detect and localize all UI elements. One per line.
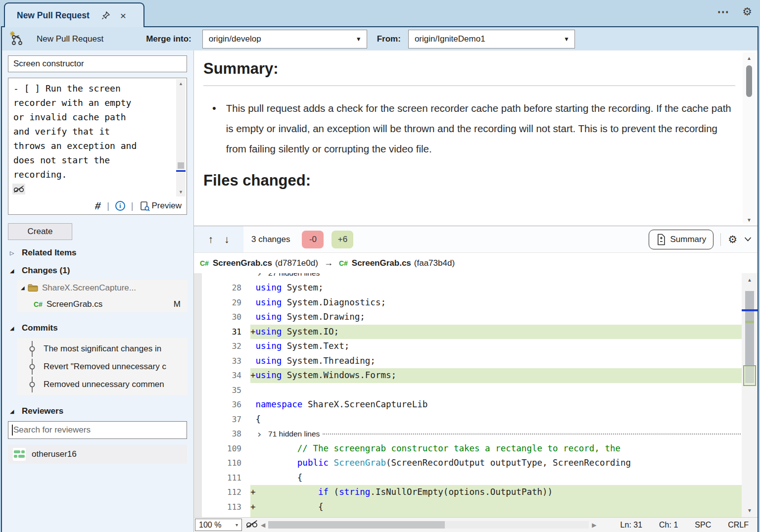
summary-scrollbar[interactable]: ▲ ▼ — [743, 52, 756, 224]
line-number: 38 — [194, 427, 241, 441]
scroll-up-icon[interactable]: ▲ — [742, 277, 758, 283]
create-button[interactable]: Create — [8, 223, 72, 240]
status-column: Ch: 1 — [659, 521, 678, 530]
line-number — [194, 273, 241, 281]
commit-item[interactable]: Removed unnecessary commen — [17, 376, 188, 393]
code-line-28: 28 using System; — [194, 281, 742, 295]
diff-settings-gear-icon[interactable]: ⚙ — [728, 234, 737, 245]
section-reviewers[interactable]: ◢ Reviewers — [10, 406, 193, 416]
commits-list: The most significant changes inRevert "R… — [17, 338, 188, 395]
from-combobox[interactable]: origin/IgniteDemo1 ▼ — [408, 30, 575, 48]
commit-item[interactable]: Revert "Removed unnecessary c — [17, 358, 188, 376]
code-line-109: 109 // The screengrab constructor takes … — [194, 441, 742, 456]
expanded-chevron-icon[interactable]: ◢ — [10, 268, 16, 274]
code-line[interactable]: ›27 hidden lines — [194, 273, 742, 281]
added-line-sign: + — [250, 502, 318, 512]
scroll-down-icon[interactable]: ▼ — [743, 217, 756, 223]
pr-title-input[interactable] — [8, 55, 187, 72]
separator — [720, 233, 721, 246]
line-number: 33 — [194, 354, 241, 369]
csharp-file-icon: C# — [34, 300, 43, 308]
scroll-up-icon[interactable]: ▲ — [176, 81, 186, 86]
changes-label: Changes (1) — [22, 266, 70, 276]
scroll-left-icon[interactable]: ◀ — [261, 522, 265, 529]
scrollbar-thumb[interactable] — [746, 65, 752, 97]
horizontal-scrollbar[interactable] — [268, 521, 589, 529]
glasses-crossed-icon[interactable] — [246, 520, 258, 531]
divider — [203, 85, 735, 86]
tab-new-pull-request[interactable]: New Pull Request × — [4, 2, 144, 27]
section-related-items[interactable]: ▷ Related Items — [10, 248, 193, 258]
code-text: using System.Drawing; — [250, 310, 742, 325]
line-number: 36 — [194, 397, 241, 412]
bullet-icon: • — [212, 98, 216, 159]
settings-gear-icon[interactable]: ⚙ — [742, 5, 752, 18]
pr-description-box[interactable]: - [ ] Run the screen recorder with an em… — [8, 78, 187, 215]
expand-hidden-lines-icon[interactable]: › — [256, 429, 262, 439]
code-text: // The screengrab constructor takes a re… — [250, 441, 742, 456]
section-commits[interactable]: ◢ Commits — [10, 323, 193, 333]
expanded-chevron-icon[interactable]: ◢ — [10, 408, 16, 415]
commit-message: Revert "Removed unnecessary c — [44, 362, 188, 372]
code-text: + { — [250, 500, 742, 515]
expand-hidden-lines-icon[interactable]: › — [256, 273, 262, 278]
new-pull-request-window: New Pull Request × ⋯ ⚙ — [0, 0, 760, 532]
pr-toolbar-title: New Pull Request — [37, 34, 103, 44]
hidden-lines-label: 71 hidden lines — [268, 427, 320, 441]
description-scrollbar[interactable]: ▲ ▼ — [176, 79, 186, 196]
code-line-113: 113+ { — [194, 500, 742, 515]
chevron-down-icon[interactable] — [744, 237, 752, 242]
work-item-hash-icon[interactable]: # — [95, 200, 102, 212]
zoom-combobox[interactable]: 100 % ▾ — [195, 519, 242, 531]
close-icon[interactable]: × — [120, 10, 126, 21]
line-number: 32 — [194, 339, 241, 354]
collapsed-chevron-icon[interactable]: ▷ — [10, 250, 16, 256]
reviewer-item[interactable]: otheruser16 — [8, 445, 187, 464]
code-line-38[interactable]: 38›71 hidden lines — [194, 427, 742, 441]
scrollbar-thumb[interactable] — [268, 521, 444, 529]
context-line-sign — [250, 341, 256, 351]
tree-folder-row[interactable]: ◢ ShareX.ScreenCapture... — [17, 280, 188, 296]
line-number: 37 — [194, 412, 241, 427]
csharp-file-icon: C# — [339, 259, 348, 267]
section-changes[interactable]: ◢ Changes (1) — [10, 266, 193, 276]
pr-description-text[interactable]: - [ ] Run the screen recorder with an em… — [13, 81, 175, 196]
summary-view-button[interactable]: Summary — [649, 230, 713, 249]
context-line-sign — [250, 297, 256, 307]
arrow-right-icon: → — [324, 258, 333, 268]
code-line-36: 36 namespace ShareX.ScreenCaptureLib — [194, 397, 742, 412]
code-text: +using System.IO; — [250, 325, 742, 339]
csharp-file-icon: C# — [200, 259, 209, 267]
pin-icon[interactable] — [100, 10, 111, 21]
code-scrollbar[interactable]: ▲ ▼ — [742, 273, 758, 517]
related-items-label: Related Items — [22, 248, 77, 258]
preview-button[interactable]: Preview — [140, 201, 182, 211]
context-line-sign — [250, 399, 256, 409]
expanded-chevron-icon[interactable]: ◢ — [21, 285, 28, 290]
code-text: using System; — [250, 281, 742, 295]
scroll-down-icon[interactable]: ▼ — [742, 508, 758, 513]
code-text: { — [250, 412, 742, 427]
scroll-right-icon[interactable]: ▶ — [592, 522, 596, 529]
clipped-hidden-lines-row[interactable]: ›27 hidden lines — [194, 273, 742, 281]
commit-message: Removed unnecessary commen — [44, 380, 188, 389]
commit-item[interactable]: The most significant changes in — [17, 340, 188, 358]
zoom-value: 100 % — [199, 521, 221, 530]
previous-change-button[interactable]: ↑ — [208, 234, 214, 245]
merge-into-combobox[interactable]: origin/develop ▼ — [202, 30, 367, 48]
next-change-button[interactable]: ↓ — [224, 234, 230, 245]
reviewer-search-input[interactable] — [8, 421, 187, 439]
preview-label: Preview — [152, 201, 182, 211]
tree-file-row[interactable]: C# ScreenGrab.cs M — [17, 296, 188, 312]
added-line-sign: + — [250, 516, 339, 517]
expanded-chevron-icon[interactable]: ◢ — [10, 325, 16, 332]
scroll-up-icon[interactable]: ▲ — [743, 55, 756, 61]
reviewers-label: Reviewers — [22, 406, 63, 416]
scrollbar-thumb[interactable] — [178, 162, 184, 169]
scroll-down-icon[interactable]: ▼ — [176, 190, 186, 194]
chevron-down-icon: ▼ — [356, 36, 362, 43]
info-icon[interactable]: i — [115, 201, 125, 211]
sidebar: - [ ] Run the screen recorder with an em… — [2, 50, 194, 532]
code-line-114: 114+ throw new Exception("Screen recorde… — [194, 514, 742, 517]
more-options-icon[interactable]: ⋯ — [717, 5, 729, 19]
